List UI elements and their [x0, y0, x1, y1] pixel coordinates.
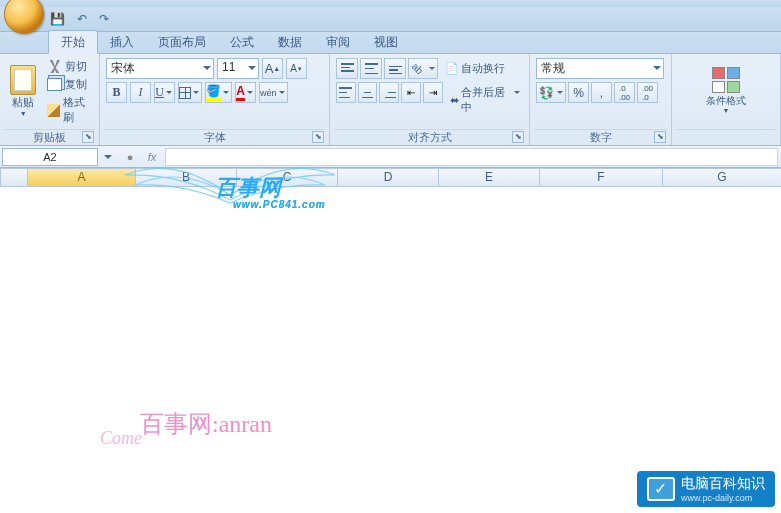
paste-button[interactable]: 粘贴 ▼ [4, 56, 43, 126]
title-bar [0, 0, 781, 7]
percent-button[interactable]: % [568, 82, 589, 103]
grow-font-button[interactable]: A▲ [262, 58, 283, 79]
col-header-F[interactable]: F [540, 168, 663, 187]
shrink-font-button[interactable]: A▼ [286, 58, 307, 79]
col-header-E[interactable]: E [439, 168, 540, 187]
tab-data[interactable]: 数据 [266, 31, 314, 53]
quick-access-row: 💾 ↶ ↷ [0, 7, 781, 32]
increase-decimal-button[interactable]: .0.00 [614, 82, 635, 103]
wrap-text-button[interactable]: 📄自动换行 [440, 58, 510, 79]
scissors-icon [47, 60, 62, 73]
group-font: 宋体 11 A▲ A▼ B I U 🪣 A wén 字体⬊ [100, 54, 330, 145]
ribbon: 粘贴 ▼ 剪切 复制 格式刷 剪贴板⬊ 宋体 11 A▲ A▼ B [0, 54, 781, 146]
group-number-label: 数字 [590, 131, 612, 143]
clipboard-launcher[interactable]: ⬊ [82, 131, 94, 143]
font-color-icon: A [236, 84, 245, 101]
decrease-decimal-button[interactable]: .00.0 [637, 82, 658, 103]
comma-button[interactable]: , [591, 82, 612, 103]
group-font-label: 字体 [204, 131, 226, 143]
tab-view[interactable]: 视图 [362, 31, 410, 53]
underline-button[interactable]: U [154, 82, 175, 103]
font-size-combo[interactable]: 11 [217, 58, 259, 79]
tab-page-layout[interactable]: 页面布局 [146, 31, 218, 53]
undo-icon[interactable]: ↶ [77, 12, 87, 26]
align-right-button[interactable] [379, 82, 399, 103]
tab-insert[interactable]: 插入 [98, 31, 146, 53]
group-number: 常规 💱 % , .0.00 .00.0 数字⬊ [530, 54, 672, 145]
increase-indent-button[interactable]: ⇥ [423, 82, 443, 103]
format-painter-button[interactable]: 格式刷 [45, 94, 95, 126]
col-header-G[interactable]: G [663, 168, 781, 187]
formula-bar: A2 ● fx [0, 146, 781, 168]
formula-input[interactable] [165, 148, 778, 166]
align-center-button[interactable] [358, 82, 378, 103]
group-clipboard-label: 剪贴板 [33, 131, 66, 143]
col-header-B[interactable]: B [136, 168, 237, 187]
conditional-formatting-button[interactable]: 条件格式 ▼ [702, 56, 750, 126]
merge-center-button[interactable]: ⬌合并后居中 [445, 82, 523, 118]
number-launcher[interactable]: ⬊ [654, 131, 666, 143]
fx-button[interactable]: fx [142, 148, 162, 166]
office-orb-button[interactable] [4, 0, 44, 34]
italic-button[interactable]: I [130, 82, 151, 103]
outdent-icon: ⇤ [407, 87, 415, 98]
font-color-button[interactable]: A [235, 82, 256, 103]
copy-button[interactable]: 复制 [45, 76, 95, 93]
cancel-formula-button[interactable]: ● [120, 148, 140, 166]
col-header-A[interactable]: A [28, 168, 136, 187]
tab-home[interactable]: 开始 [48, 30, 98, 54]
group-clipboard: 粘贴 ▼ 剪切 复制 格式刷 剪贴板⬊ [0, 54, 100, 145]
bucket-icon: 🪣 [206, 84, 221, 101]
brush-icon [47, 104, 61, 117]
indent-icon: ⇥ [429, 87, 437, 98]
accounting-format-button[interactable]: 💱 [536, 82, 566, 103]
align-left-button[interactable] [336, 82, 356, 103]
merge-icon: ⬌ [450, 94, 459, 107]
name-box[interactable]: A2 [2, 148, 98, 166]
font-name-combo[interactable]: 宋体 [106, 58, 214, 79]
align-top-button[interactable] [336, 58, 358, 79]
tab-formulas[interactable]: 公式 [218, 31, 266, 53]
bold-button[interactable]: B [106, 82, 127, 103]
col-header-C[interactable]: C [237, 168, 338, 187]
currency-icon: 💱 [539, 86, 554, 100]
redo-icon[interactable]: ↷ [99, 12, 109, 26]
number-format-combo[interactable]: 常规 [536, 58, 664, 79]
select-all-corner[interactable] [0, 168, 28, 187]
cut-button[interactable]: 剪切 [45, 58, 95, 75]
font-launcher[interactable]: ⬊ [312, 131, 324, 143]
group-alignment: ab 📄自动换行 ⇤ ⇥ ⬌合并后居中 对齐方式⬊ [330, 54, 530, 145]
spreadsheet[interactable]: ABCDEFG12345678姓名部门基本工资奖金实发工资 [0, 168, 781, 510]
col-header-D[interactable]: D [338, 168, 439, 187]
paste-icon [10, 65, 36, 95]
fill-color-button[interactable]: 🪣 [205, 82, 232, 103]
paste-label: 粘贴 [12, 95, 34, 110]
ribbon-tabs: 开始 插入 页面布局 公式 数据 审阅 视图 [0, 32, 781, 54]
decrease-indent-button[interactable]: ⇤ [401, 82, 421, 103]
orientation-button[interactable]: ab [408, 58, 438, 79]
wrap-icon: 📄 [445, 62, 459, 75]
group-alignment-label: 对齐方式 [408, 131, 452, 143]
tab-review[interactable]: 审阅 [314, 31, 362, 53]
border-icon [179, 87, 191, 99]
align-bottom-button[interactable] [384, 58, 406, 79]
save-icon[interactable]: 💾 [50, 12, 65, 26]
align-middle-button[interactable] [360, 58, 382, 79]
copy-icon [47, 78, 62, 91]
phonetic-button[interactable]: wén [259, 82, 288, 103]
orientation-icon: ab [410, 61, 426, 77]
alignment-launcher[interactable]: ⬊ [512, 131, 524, 143]
group-styles: 条件格式 ▼ [672, 54, 781, 145]
conditional-formatting-icon [712, 67, 740, 93]
borders-button[interactable] [178, 82, 202, 103]
